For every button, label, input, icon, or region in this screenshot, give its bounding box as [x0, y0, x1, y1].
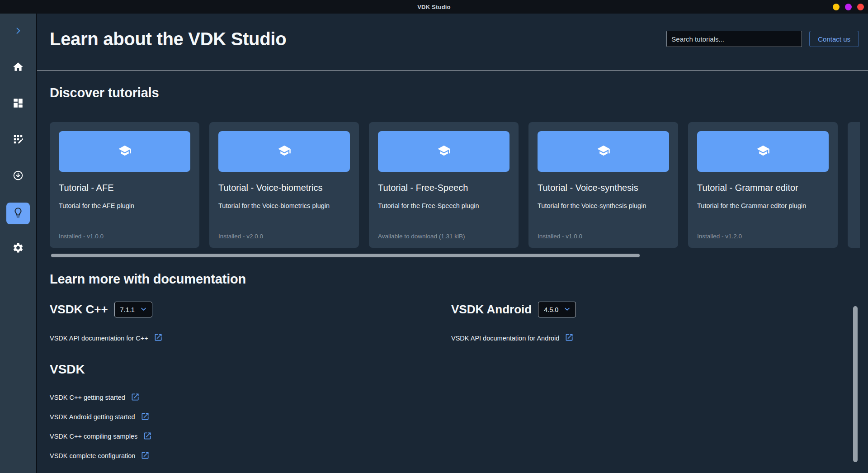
window-control-red-dot[interactable] — [857, 4, 864, 10]
app-registration-icon — [12, 133, 24, 147]
card-title: Tutorial - Free-Speech — [378, 183, 509, 193]
sidebar-item-settings[interactable] — [0, 239, 36, 259]
doc-link-api-cpp[interactable]: VSDK API documentation for C++ — [50, 333, 163, 343]
card-status: Installed - v1.0.0 — [538, 233, 669, 240]
sidebar-item-tutorials[interactable] — [6, 203, 30, 224]
horizontal-scrollbar[interactable] — [51, 254, 640, 257]
sidebar-expand-button[interactable] — [0, 22, 36, 42]
card-subtitle: Tutorial for the AFE plugin — [59, 202, 190, 209]
doc-link-label: VSDK C++ getting started — [50, 394, 125, 401]
contact-us-button[interactable]: Contact us — [809, 31, 859, 47]
sidebar — [0, 14, 37, 473]
card-subtitle: Tutorial for the Grammar editor plugin — [697, 202, 829, 209]
graduation-cap-icon — [437, 144, 451, 159]
gear-icon — [12, 242, 24, 255]
sidebar-item-dashboard[interactable] — [0, 94, 36, 114]
doc-link-vsdk-complete-configuration[interactable]: VSDK complete configuration — [50, 451, 150, 461]
tutorial-cards-row: Tutorial - AFE Tutorial for the AFE plug… — [50, 122, 860, 248]
graduation-cap-icon — [756, 144, 770, 159]
doc-link-vsdk-cpp-getting-started[interactable]: VSDK C++ getting started — [50, 393, 140, 403]
home-icon — [12, 61, 24, 75]
card-banner — [538, 131, 669, 172]
titlebar: VDK Studio — [0, 0, 868, 14]
doc-section-title: VSDK Android — [451, 303, 532, 317]
tutorial-card[interactable]: Tutorial - Voice-synthesis Tutorial for … — [528, 122, 678, 248]
external-link-icon — [135, 412, 150, 422]
doc-link-label: VSDK API documentation for C++ — [50, 335, 148, 342]
card-title: Tutorial - AFE — [59, 183, 190, 193]
doc-link-vsdk-android-getting-started[interactable]: VSDK Android getting started — [50, 412, 150, 422]
vsdk-heading: VSDK — [50, 362, 868, 377]
external-link-icon — [137, 431, 152, 442]
doc-section-title: VSDK C++ — [50, 303, 108, 317]
tutorial-card[interactable]: Tutorial - AFE Tutorial for the AFE plug… — [50, 122, 199, 248]
documentation-grid: VSDK C++ 7.1.1 VSDK API documentation fo… — [50, 302, 868, 343]
tutorial-card[interactable]: Tutorial - Voice-biometrics Tutorial for… — [209, 122, 359, 248]
vsdk-links: VSDK C++ getting started VSDK Android ge… — [50, 393, 868, 460]
chevron-down-icon — [558, 305, 571, 315]
version-select-android[interactable]: 4.5.0 — [538, 302, 576, 317]
external-link-icon — [135, 451, 150, 461]
card-title: Tutorial - Grammar editor — [697, 183, 829, 193]
main-content: Learn about the VDK Studio Contact us Di… — [37, 14, 868, 460]
documentation-heading: Learn more with documentation — [50, 272, 868, 287]
vertical-scrollbar[interactable] — [853, 306, 858, 462]
doc-link-label: VSDK complete configuration — [50, 452, 135, 459]
card-status: Installed - v1.0.0 — [59, 233, 190, 240]
dashboard-icon — [12, 97, 24, 111]
header-divider — [37, 71, 868, 71]
doc-link-api-android[interactable]: VSDK API documentation for Android — [451, 333, 574, 343]
page-header: Learn about the VDK Studio Contact us — [50, 14, 868, 50]
external-link-icon — [559, 333, 574, 343]
window-controls — [833, 0, 864, 14]
doc-link-label: VSDK Android getting started — [50, 413, 135, 421]
card-subtitle: Tutorial for the Voice-synthesis plugin — [538, 202, 669, 209]
search-input[interactable] — [666, 31, 802, 47]
window-control-yellow-dot[interactable] — [833, 4, 840, 10]
version-value: 4.5.0 — [544, 306, 558, 313]
external-link-icon — [125, 393, 140, 403]
sidebar-item-downloads[interactable] — [0, 166, 36, 186]
card-title: Tutorial - Voice-synthesis — [538, 183, 669, 193]
page-title: Learn about the VDK Studio — [50, 28, 666, 50]
chevron-down-icon — [135, 305, 148, 315]
card-banner — [59, 131, 190, 172]
card-title: Tutorial - Voice-biometrics — [218, 183, 350, 193]
tutorial-card[interactable]: Tutorial - Grammar editor Tutorial for t… — [688, 122, 838, 248]
lightbulb-icon — [12, 207, 24, 220]
doc-section-android: VSDK Android 4.5.0 VSDK API documentatio… — [451, 302, 868, 343]
doc-link-vsdk-cpp-compiling-samples[interactable]: VSDK C++ compiling samples — [50, 431, 152, 442]
graduation-cap-icon — [118, 144, 132, 159]
card-subtitle: Tutorial for the Voice-biometrics plugin — [218, 202, 350, 209]
discover-tutorials-heading: Discover tutorials — [50, 85, 868, 100]
external-link-icon — [148, 333, 163, 343]
chevron-right-icon — [14, 26, 23, 37]
version-value: 7.1.1 — [120, 306, 135, 313]
version-select-cpp[interactable]: 7.1.1 — [114, 302, 152, 317]
card-status: Available to download (1.31 kiB) — [378, 233, 509, 240]
sidebar-item-home[interactable] — [0, 58, 36, 78]
tutorial-card[interactable]: Tutorial - Free-Speech Tutorial for the … — [369, 122, 519, 248]
card-status: Installed - v1.2.0 — [697, 233, 829, 240]
card-banner — [378, 131, 509, 172]
window-control-magenta-dot[interactable] — [845, 4, 852, 10]
window-title: VDK Studio — [417, 4, 451, 10]
doc-link-label: VSDK C++ compiling samples — [50, 433, 137, 440]
graduation-cap-icon — [597, 144, 610, 159]
tutorial-card-partial[interactable] — [848, 122, 860, 248]
card-banner — [218, 131, 350, 172]
graduation-cap-icon — [278, 144, 291, 159]
download-icon — [12, 170, 24, 183]
card-subtitle: Tutorial for the Free-Speech plugin — [378, 202, 509, 209]
card-status: Installed - v2.0.0 — [218, 233, 350, 240]
card-banner — [697, 131, 829, 172]
sidebar-item-projects[interactable] — [0, 130, 36, 150]
doc-section-cpp: VSDK C++ 7.1.1 VSDK API documentation fo… — [50, 302, 451, 343]
doc-link-label: VSDK API documentation for Android — [451, 335, 559, 342]
